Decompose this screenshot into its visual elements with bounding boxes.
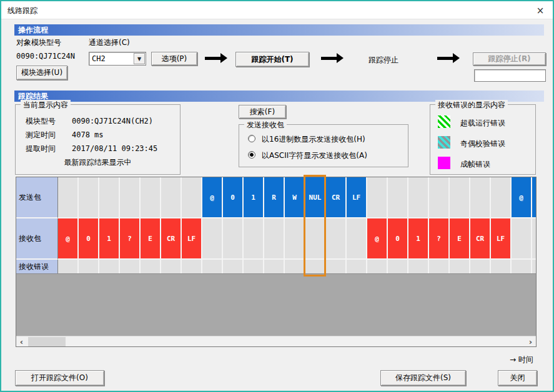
trace-grid-cell bbox=[470, 260, 491, 273]
radio-button-icon[interactable] bbox=[248, 151, 255, 159]
legend-item: 超载运行错误 bbox=[430, 115, 535, 136]
scroll-right-icon[interactable]: › bbox=[525, 336, 536, 347]
legend-item: 奇偶校验错误 bbox=[430, 136, 535, 157]
trace-grid-cell[interactable]: CR bbox=[470, 218, 491, 260]
trace-grid-cell[interactable]: W bbox=[285, 177, 305, 218]
trace-grid-cell[interactable] bbox=[532, 177, 536, 218]
trace-grid-cell[interactable]: ? bbox=[429, 218, 450, 260]
target-module-label: 对象模块型号 bbox=[16, 37, 61, 48]
trace-grid: 发送包@01RWNULCRLF@接收包@01?ECRLF@01?ECRLF接收错… bbox=[16, 177, 537, 347]
trace-grid-cell bbox=[99, 260, 120, 273]
window-title: 线路跟踪 bbox=[7, 6, 37, 16]
trace-grid-cell bbox=[450, 260, 470, 273]
titlebar: 线路跟踪 × bbox=[1, 1, 553, 19]
trace-stop-step-label: 跟踪停止 bbox=[369, 55, 398, 66]
close-dialog-button[interactable]: 关闭 bbox=[498, 370, 537, 386]
trace-grid-cell[interactable]: 0 bbox=[79, 218, 99, 260]
radio-button-icon[interactable] bbox=[248, 135, 255, 142]
flow-arrow-icon bbox=[437, 57, 453, 60]
trace-grid-cell bbox=[264, 260, 285, 273]
trace-grid-cell bbox=[347, 260, 367, 273]
trace-grid-cell bbox=[79, 260, 99, 273]
current-info-list: 模块型号0090:QJ71C24N(CH2)测定时间4078 ms提取时间201… bbox=[16, 114, 180, 155]
horizontal-scrollbar[interactable]: ‹ › bbox=[16, 336, 536, 346]
channel-select-label: 通道选择(C) bbox=[89, 37, 130, 48]
packet-display-group-title: 发送接收包 bbox=[244, 120, 287, 130]
trace-grid-cell[interactable]: E bbox=[450, 218, 470, 260]
legend-item: 成帧错误 bbox=[430, 157, 535, 177]
trace-grid-cell bbox=[285, 218, 305, 260]
flow-arrow-icon bbox=[205, 57, 221, 60]
trace-grid-cell[interactable]: 1 bbox=[244, 177, 264, 218]
current-display-group: 当前显示内容 模块型号0090:QJ71C24N(CH2)测定时间4078 ms… bbox=[15, 104, 181, 175]
trace-grid-cell[interactable]: ? bbox=[120, 218, 141, 260]
close-icon[interactable]: × bbox=[533, 3, 548, 18]
trace-grid-cell[interactable]: CR bbox=[161, 218, 182, 260]
trace-grid-row-header: 发送包 bbox=[16, 177, 58, 218]
trace-grid-cell bbox=[99, 177, 120, 218]
options-button[interactable]: 选项(P) bbox=[151, 52, 197, 66]
scrollbar-thumb[interactable] bbox=[28, 337, 66, 346]
trace-grid-cell bbox=[408, 177, 429, 218]
trace-grid-cell[interactable]: 1 bbox=[99, 218, 120, 260]
channel-selected-value: CH2 bbox=[92, 54, 106, 63]
trace-grid-cell[interactable]: @ bbox=[58, 218, 79, 260]
legend-item-label: 成帧错误 bbox=[460, 159, 490, 170]
info-row: 测定时间4078 ms bbox=[16, 127, 180, 141]
scroll-left-icon[interactable]: ‹ bbox=[16, 336, 27, 347]
legend-item-label: 超载运行错误 bbox=[460, 118, 505, 129]
packet-display-options: 以16进制数显示发送接收包(H)以ASCII字符显示发送接收包(A) bbox=[239, 132, 408, 165]
trace-grid-cell[interactable]: @ bbox=[512, 177, 532, 218]
module-select-button[interactable]: 模块选择(U) bbox=[16, 66, 67, 80]
trace-grid-cell bbox=[58, 260, 79, 273]
search-button[interactable]: 搜索(F) bbox=[239, 105, 286, 119]
trace-grid-cell[interactable]: LF bbox=[182, 218, 202, 260]
flow-arrow-icon bbox=[321, 57, 337, 60]
trace-grid-cell[interactable]: @ bbox=[202, 177, 223, 218]
packet-display-group: 发送接收包 以16进制数显示发送接收包(H)以ASCII字符显示发送接收包(A) bbox=[239, 124, 408, 167]
latest-result-status-label: 最新跟踪结果显示中 bbox=[16, 157, 180, 168]
trace-grid-cell[interactable]: R bbox=[264, 177, 285, 218]
trace-grid-rows: 发送包@01RWNULCRLF@接收包@01?ECRLF@01?ECRLF接收错… bbox=[16, 177, 536, 274]
info-row-value: 4078 ms bbox=[72, 130, 104, 139]
info-row-value: 0090:QJ71C24N(CH2) bbox=[72, 117, 153, 125]
trace-stop-button[interactable]: 跟踪停止(R) bbox=[473, 52, 546, 66]
trace-grid-row: 接收错误 bbox=[16, 260, 536, 273]
trace-grid-cell bbox=[264, 218, 285, 260]
trace-grid-row-header: 接收包 bbox=[16, 218, 58, 260]
trace-grid-cell[interactable]: 0 bbox=[388, 218, 408, 260]
trace-grid-cell bbox=[202, 260, 223, 273]
trace-grid-cell[interactable]: 0 bbox=[223, 177, 244, 218]
trace-grid-cell[interactable]: LF bbox=[347, 177, 367, 218]
packet-display-radio-option[interactable]: 以16进制数显示发送接收包(H) bbox=[239, 132, 408, 149]
trace-grid-cell[interactable]: E bbox=[141, 218, 161, 260]
trace-grid-cell bbox=[532, 218, 536, 260]
trace-grid-row: 发送包@01RWNULCRLF@ bbox=[16, 177, 536, 218]
trace-grid-cell bbox=[408, 260, 429, 273]
trace-grid-cell bbox=[58, 177, 79, 218]
trace-grid-cell bbox=[388, 260, 408, 273]
save-trace-file-button[interactable]: 保存跟踪文件(S) bbox=[380, 370, 466, 386]
channel-select-combobox[interactable]: CH2 ▼ bbox=[89, 52, 146, 66]
trace-grid-cell[interactable]: LF bbox=[491, 218, 512, 260]
trace-status-field bbox=[474, 69, 546, 82]
trace-grid-cell[interactable]: NUL bbox=[305, 177, 326, 218]
info-row-label: 模块型号 bbox=[26, 116, 56, 127]
info-row-label: 提取时间 bbox=[26, 144, 56, 154]
trace-grid-cell bbox=[532, 260, 536, 273]
trace-grid-cell[interactable]: CR bbox=[326, 177, 347, 218]
chevron-down-icon[interactable]: ▼ bbox=[134, 53, 145, 64]
trace-grid-cell bbox=[223, 218, 244, 260]
error-legend-group: 接收错误的显示内容 超载运行错误奇偶校验错误成帧错误 bbox=[430, 104, 536, 175]
trace-grid-cell[interactable]: @ bbox=[367, 218, 388, 260]
trace-grid-cell bbox=[491, 177, 512, 218]
trace-grid-cell[interactable]: 1 bbox=[408, 218, 429, 260]
packet-display-radio-option[interactable]: 以ASCII字符显示发送接收包(A) bbox=[239, 149, 408, 165]
trace-grid-cell bbox=[470, 177, 491, 218]
trace-grid-cell bbox=[347, 218, 367, 260]
error-legend-group-title: 接收错误的显示内容 bbox=[435, 100, 508, 110]
info-row-value: 2017/08/11 09:23:45 bbox=[72, 144, 157, 153]
open-trace-file-button[interactable]: 打开跟踪文件(O) bbox=[15, 370, 104, 386]
trace-start-button[interactable]: 跟踪开始(T) bbox=[235, 52, 309, 67]
section-header-operation-flow: 操作流程 bbox=[14, 24, 544, 36]
